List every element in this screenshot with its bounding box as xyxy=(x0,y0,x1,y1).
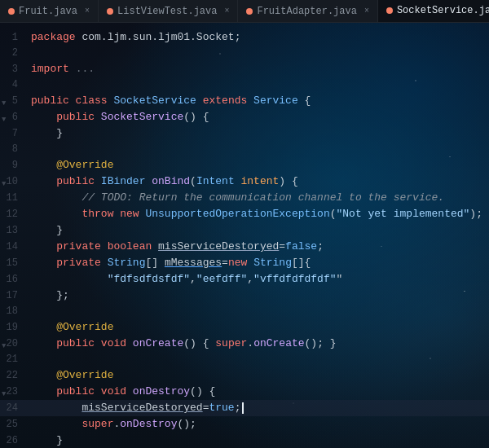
code-editor[interactable]: 1 package com.ljm.sun.ljm01.Socket; 2 3 … xyxy=(0,23,489,448)
code-text-24: misServiceDestoryed=true; xyxy=(24,400,489,415)
tab-dot-fruit xyxy=(8,8,15,15)
code-text-17: }; xyxy=(24,288,489,303)
code-line-4: 4 xyxy=(0,77,489,93)
tab-fruit[interactable]: Fruit.java × xyxy=(0,0,99,22)
line-number-16: 16 xyxy=(0,272,24,288)
code-line-26: 26 } xyxy=(0,433,489,448)
code-line-15: 15 private String[] mMessages=new String… xyxy=(0,255,489,271)
line-number-2: 2 xyxy=(0,46,24,61)
line-number-9: 9 xyxy=(0,158,24,173)
code-text-12: throw new UnsupportedOperationException(… xyxy=(24,206,489,222)
code-line-25: 25 super.onDestroy(); xyxy=(0,416,489,433)
code-line-19: 19 @Override xyxy=(0,319,489,336)
tab-label-listviewtest: ListViewTest.java xyxy=(117,6,217,17)
code-text-19: @Override xyxy=(24,319,489,335)
code-text-7: } xyxy=(24,125,489,141)
tab-label-fruit: Fruit.java xyxy=(19,6,77,17)
line-number-14: 14 xyxy=(0,239,24,255)
code-line-5: ▼5 public class SocketService extends Se… xyxy=(0,93,489,109)
line-number-24: 24 xyxy=(0,401,24,416)
code-line-2: 2 xyxy=(0,46,489,61)
code-line-23: ▼23 public void onDestroy() { xyxy=(0,384,489,400)
line-number-4: 4 xyxy=(0,77,24,93)
code-line-3: 3 import ... xyxy=(0,61,489,77)
tab-socketservice[interactable]: SocketService.java × xyxy=(378,0,489,22)
code-text-1: package com.ljm.sun.ljm01.Socket; xyxy=(24,29,489,45)
code-line-12: 12 throw new UnsupportedOperationExcepti… xyxy=(0,206,489,222)
code-text-5: public class SocketService extends Servi… xyxy=(24,93,489,108)
line-number-21: 21 xyxy=(0,352,24,367)
code-line-11: 11 // TODO: Return the communication cha… xyxy=(0,190,489,206)
tab-close-listviewtest[interactable]: × xyxy=(224,7,229,15)
code-line-8: 8 xyxy=(0,142,489,157)
tab-dot-fruitadapter xyxy=(246,8,253,15)
line-number-18: 18 xyxy=(0,304,24,319)
code-line-21: 21 xyxy=(0,352,489,367)
line-number-17: 17 xyxy=(0,288,24,304)
code-line-6: ▼6 public SocketService() { xyxy=(0,109,489,125)
line-number-22: 22 xyxy=(0,368,24,384)
code-line-10: ▼10 public IBinder onBind(Intent intent)… xyxy=(0,173,489,190)
line-number-15: 15 xyxy=(0,256,24,271)
tab-dot-socketservice xyxy=(386,7,393,14)
code-line-24: 24 misServiceDestoryed=true; xyxy=(0,400,489,416)
code-line-17: 17 }; xyxy=(0,288,489,304)
line-number-20: ▼20 xyxy=(0,336,24,352)
code-text-16: "fdfsdfdsfdf","eefdff","vffdfdfdfdf"" xyxy=(24,271,489,287)
code-line-16: 16 "fdfsdfdsfdf","eefdff","vffdfdfdfdf"" xyxy=(0,271,489,288)
code-text-11: // TODO: Return the communication channe… xyxy=(24,190,489,205)
line-number-25: 25 xyxy=(0,417,24,433)
tab-label-socketservice: SocketService.java xyxy=(397,5,489,16)
code-text-23: public void onDestroy() { xyxy=(24,384,489,399)
line-number-7: 7 xyxy=(0,126,24,142)
code-line-7: 7 } xyxy=(0,125,489,142)
line-number-23: ▼23 xyxy=(0,384,24,400)
line-number-8: 8 xyxy=(0,142,24,157)
line-number-13: 13 xyxy=(0,223,24,239)
line-number-19: 19 xyxy=(0,320,24,336)
code-text-10: public IBinder onBind(Intent intent) { xyxy=(24,173,489,189)
code-line-9: 9 @Override xyxy=(0,157,489,173)
code-text-26: } xyxy=(24,433,489,448)
code-line-14: 14 private boolean misServiceDestoryed=f… xyxy=(0,239,489,255)
code-text-22: @Override xyxy=(24,367,489,383)
text-cursor xyxy=(242,402,244,414)
code-line-20: ▼20 public void onCreate() { super.onCre… xyxy=(0,336,489,352)
code-text-13: } xyxy=(24,222,489,238)
code-line-1: 1 package com.ljm.sun.ljm01.Socket; xyxy=(0,29,489,46)
tab-label-fruitadapter: FruitAdapter.java xyxy=(257,6,356,17)
code-text-15: private String[] mMessages=new String[]{ xyxy=(24,255,489,270)
code-text-6: public SocketService() { xyxy=(24,109,489,125)
code-text-9: @Override xyxy=(24,157,489,173)
line-number-3: 3 xyxy=(0,62,24,77)
code-text-20: public void onCreate() { super.onCreate(… xyxy=(24,336,489,351)
code-line-18: 18 xyxy=(0,304,489,319)
line-number-1: 1 xyxy=(0,30,24,46)
tab-bar: Fruit.java × ListViewTest.java × FruitAd… xyxy=(0,0,489,23)
tab-dot-listviewtest xyxy=(107,8,113,15)
tab-listviewtest[interactable]: ListViewTest.java × xyxy=(99,0,238,22)
code-line-22: 22 @Override xyxy=(0,367,489,384)
line-number-10: ▼10 xyxy=(0,174,24,190)
code-line-13: 13 } xyxy=(0,222,489,239)
line-number-26: 26 xyxy=(0,433,24,448)
line-number-5: ▼5 xyxy=(0,94,24,109)
line-number-6: ▼6 xyxy=(0,110,24,125)
code-text-25: super.onDestroy(); xyxy=(24,416,489,432)
tab-close-fruitadapter[interactable]: × xyxy=(364,7,369,15)
line-number-11: 11 xyxy=(0,191,24,206)
tab-close-fruit[interactable]: × xyxy=(85,7,90,15)
line-number-12: 12 xyxy=(0,207,24,222)
tab-fruitadapter[interactable]: FruitAdapter.java × xyxy=(238,0,377,22)
code-text-3: import ... xyxy=(24,61,489,77)
code-text-14: private boolean misServiceDestoryed=fals… xyxy=(24,239,489,254)
